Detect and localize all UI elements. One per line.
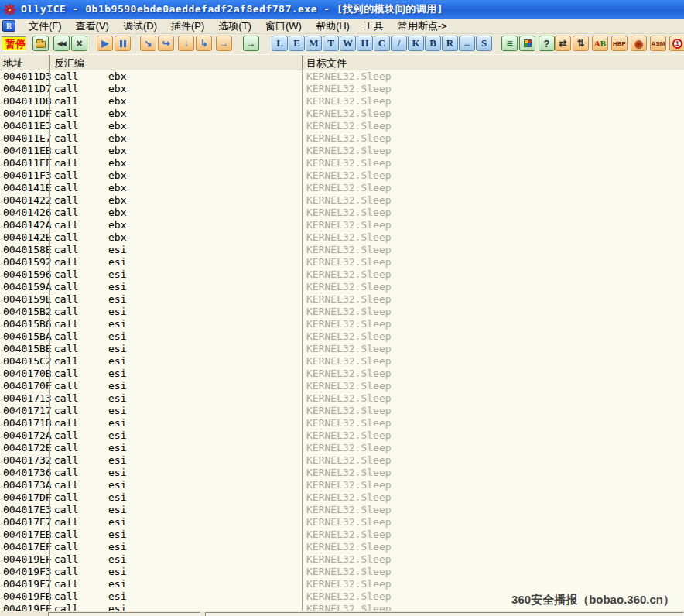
table-row[interactable]: 004011EB call ebx KERNEL32.Sleep <box>0 145 684 157</box>
view-threads-button[interactable]: T <box>323 36 339 51</box>
table-row[interactable]: 004017EF call esi KERNEL32.Sleep <box>0 541 684 553</box>
swap-arrows-icon: ⇄ <box>559 38 566 49</box>
table-row[interactable]: 004011EF call ebx KERNEL32.Sleep <box>0 157 684 169</box>
menu-item-help[interactable]: 帮助(H) <box>309 18 357 35</box>
ab-appearance-button[interactable]: AB <box>592 36 608 51</box>
view-memory-button[interactable]: M <box>306 36 322 51</box>
menu-item-common-breakpoints[interactable]: 常用断点-> <box>391 18 454 35</box>
view-references-button[interactable]: R <box>442 36 458 51</box>
step-over-button[interactable]: ↪ <box>158 36 174 51</box>
bullseye-button[interactable]: ◉ <box>631 36 647 51</box>
debug-options-button[interactable]: ≡ <box>501 36 518 51</box>
table-row[interactable]: 004019F3 call esi KERNEL32.Sleep <box>0 566 684 578</box>
table-row[interactable]: 004019EF call esi KERNEL32.Sleep <box>0 553 684 566</box>
column-divider[interactable] <box>49 55 50 70</box>
row-target: KERNEL32.Sleep <box>306 516 392 529</box>
column-header-address[interactable]: 地址 <box>3 56 23 70</box>
run-button[interactable]: ▶ <box>97 36 113 51</box>
table-row[interactable]: 0040173A call esi KERNEL32.Sleep <box>0 479 684 491</box>
table-row[interactable]: 004017EB call esi KERNEL32.Sleep <box>0 529 684 541</box>
table-row[interactable]: 0040142A call ebx KERNEL32.Sleep <box>0 219 684 231</box>
table-row[interactable]: 004011F3 call ebx KERNEL32.Sleep <box>0 169 684 182</box>
table-row[interactable]: 004015B6 call esi KERNEL32.Sleep <box>0 318 684 330</box>
view-handles-button[interactable]: H <box>357 36 373 51</box>
table-row[interactable]: 00401592 call esi KERNEL32.Sleep <box>0 256 684 269</box>
table-row[interactable]: 004015B2 call esi KERNEL32.Sleep <box>0 306 684 318</box>
hbp-button[interactable]: HBP <box>611 36 628 51</box>
table-row[interactable]: 0040141E call ebx KERNEL32.Sleep <box>0 182 684 194</box>
table-row[interactable]: 004017DF call esi KERNEL32.Sleep <box>0 491 684 504</box>
pause-button[interactable] <box>115 36 131 51</box>
table-row[interactable]: 0040142E call ebx KERNEL32.Sleep <box>0 231 684 244</box>
view-log-button[interactable]: L <box>272 36 288 51</box>
table-row[interactable]: 00401736 call esi KERNEL32.Sleep <box>0 467 684 479</box>
table-row[interactable]: 004015BA call esi KERNEL32.Sleep <box>0 330 684 343</box>
table-row[interactable]: 0040158E call esi KERNEL32.Sleep <box>0 244 684 256</box>
table-row[interactable]: 0040170F call esi KERNEL32.Sleep <box>0 380 684 392</box>
row-mnemonic: call <box>54 417 78 429</box>
table-row[interactable]: 004011E7 call ebx KERNEL32.Sleep <box>0 132 684 145</box>
row-target: KERNEL32.Sleep <box>306 405 392 417</box>
view-run-trace-button[interactable]: ... <box>459 36 475 51</box>
table-row[interactable]: 00401717 call esi KERNEL32.Sleep <box>0 405 684 417</box>
help-button[interactable]: ? <box>539 36 555 51</box>
mdi-child-icon[interactable]: R <box>2 20 15 32</box>
table-row[interactable]: 00401732 call esi KERNEL32.Sleep <box>0 454 684 467</box>
restart-button[interactable]: ◀◀ <box>53 36 70 51</box>
menu-item-debug[interactable]: 调试(D) <box>116 18 164 35</box>
table-row[interactable]: 004011D3 call ebx KERNEL32.Sleep <box>0 70 684 83</box>
menu-item-tools[interactable]: 工具 <box>357 18 391 35</box>
go-to-button[interactable]: → <box>243 36 259 51</box>
table-row[interactable]: 004015C2 call esi KERNEL32.Sleep <box>0 355 684 368</box>
trace-into-button[interactable]: ↓ <box>178 36 194 51</box>
menu-item-window[interactable]: 窗口(W) <box>258 18 309 35</box>
view-patches-button[interactable]: / <box>391 36 407 51</box>
menu-item-file[interactable]: 文件(F) <box>22 18 69 35</box>
table-row[interactable]: 00401713 call esi KERNEL32.Sleep <box>0 392 684 405</box>
table-row[interactable]: 00401426 call ebx KERNEL32.Sleep <box>0 207 684 219</box>
menu-item-options[interactable]: 选项(T) <box>211 18 258 35</box>
table-row[interactable]: 00401596 call esi KERNEL32.Sleep <box>0 269 684 281</box>
table-row[interactable]: 004011D7 call ebx KERNEL32.Sleep <box>0 83 684 95</box>
table-row[interactable]: 004011E3 call ebx KERNEL32.Sleep <box>0 120 684 132</box>
table-row[interactable]: 0040171B call esi KERNEL32.Sleep <box>0 417 684 429</box>
table-row[interactable]: 004017E3 call esi KERNEL32.Sleep <box>0 504 684 516</box>
row-operand: esi <box>108 306 126 318</box>
row-operand: esi <box>108 553 126 566</box>
intermodular-calls-list: 004011D3 call ebx KERNEL32.Sleep 004011D… <box>0 70 684 616</box>
trace-over-button[interactable]: ↳ <box>196 36 212 51</box>
table-row[interactable]: 004017E7 call esi KERNEL32.Sleep <box>0 516 684 529</box>
table-row[interactable]: 0040172A call esi KERNEL32.Sleep <box>0 429 684 442</box>
column-header-target-file[interactable]: 目标文件 <box>306 56 347 70</box>
view-call-stack-button[interactable]: K <box>408 36 424 51</box>
updown-arrows-button[interactable]: ⇅ <box>573 36 589 51</box>
column-header-disassembly[interactable]: 反汇编 <box>54 56 84 70</box>
close-button[interactable]: × <box>71 36 87 51</box>
column-divider[interactable] <box>302 55 303 70</box>
view-windows-button[interactable]: W <box>340 36 356 51</box>
table-row[interactable]: 0040159E call esi KERNEL32.Sleep <box>0 293 684 306</box>
view-cpu-button[interactable]: C <box>374 36 390 51</box>
table-row[interactable]: 0040159A call esi KERNEL32.Sleep <box>0 281 684 293</box>
table-row[interactable]: 00401422 call ebx KERNEL32.Sleep <box>0 194 684 207</box>
view-executables-button[interactable]: E <box>289 36 305 51</box>
table-row[interactable]: 004011DB call ebx KERNEL32.Sleep <box>0 95 684 108</box>
appearance-button[interactable] <box>519 36 535 51</box>
menu-item-view[interactable]: 查看(V) <box>69 18 116 35</box>
open-file-button[interactable] <box>32 36 49 51</box>
view-source-button[interactable]: S <box>476 36 492 51</box>
table-row[interactable]: 004011DF call ebx KERNEL32.Sleep <box>0 108 684 120</box>
step-into-button[interactable]: ↘ <box>140 36 156 51</box>
row-mnemonic: call <box>54 318 78 330</box>
asm-button[interactable]: ASM <box>650 36 666 51</box>
table-row[interactable]: 004019F7 call esi KERNEL32.Sleep <box>0 578 684 590</box>
one-breakpoint-button[interactable]: 1 <box>669 36 684 51</box>
view-breakpoints-button[interactable]: B <box>425 36 441 51</box>
execute-till-return-button[interactable]: → <box>216 36 232 51</box>
table-row[interactable]: 0040172E call esi KERNEL32.Sleep <box>0 442 684 454</box>
swap-arrows-button[interactable]: ⇄ <box>555 36 571 51</box>
table-row[interactable]: 004015BE call esi KERNEL32.Sleep <box>0 343 684 355</box>
app-icon <box>3 3 16 16</box>
menu-item-plugins[interactable]: 插件(P) <box>164 18 211 35</box>
table-row[interactable]: 0040170B call esi KERNEL32.Sleep <box>0 368 684 380</box>
